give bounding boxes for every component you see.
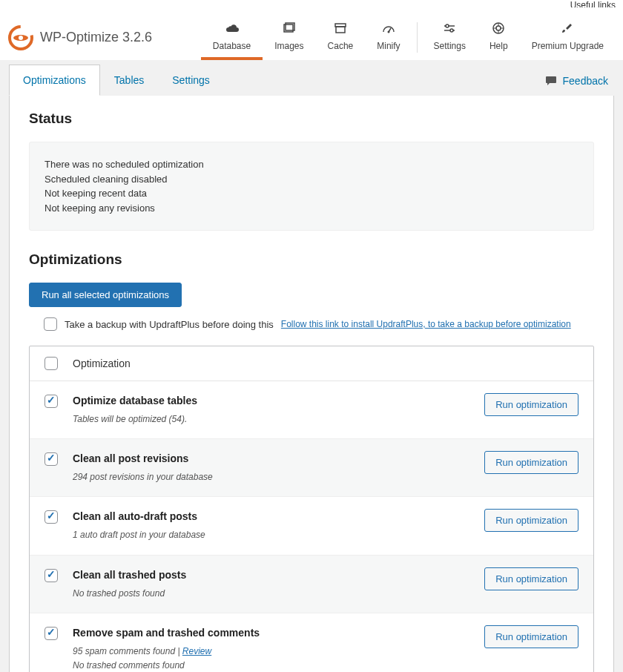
status-line: There was no scheduled optimization [44,157,578,172]
nav-tab-database[interactable]: Database [201,15,263,60]
row-desc: 294 post revisions in your database [73,470,469,484]
table-row: Optimize database tables Tables will be … [30,381,593,439]
svg-point-14 [496,26,501,30]
help-icon [491,22,506,38]
row-checkbox[interactable] [44,569,58,582]
nav-tab-minify[interactable]: Minify [365,15,412,60]
row-desc: No trashed comments found [73,659,469,672]
header: WP-Optimize 3.2.6 Database Images Cache … [0,7,623,60]
sliders-icon [442,22,457,38]
header-label: Optimization [73,358,131,369]
images-icon [282,22,297,38]
gauge-icon [381,22,396,38]
row-checkbox[interactable] [44,627,58,640]
sub-tab-tables[interactable]: Tables [100,65,158,96]
row-title: Clean all auto-draft posts [73,510,469,522]
svg-point-10 [446,24,449,27]
svg-rect-6 [336,27,345,33]
brush-icon [560,22,575,38]
row-checkbox[interactable] [44,510,58,524]
row-title: Clean all trashed posts [73,569,469,581]
comment-icon [545,76,557,86]
select-all-checkbox[interactable] [44,357,58,370]
content: Status There was no scheduled optimizati… [9,96,614,672]
row-title: Optimize database tables [73,395,469,406]
review-link[interactable]: Review [182,646,211,656]
run-optimization-button[interactable]: Run optimization [484,509,578,532]
wpoptimize-logo-icon [7,24,34,51]
run-all-button[interactable]: Run all selected optimizations [29,283,182,307]
brand: WP-Optimize 3.2.6 [7,24,152,51]
row-title: Remove spam and trashed comments [73,627,469,639]
row-desc: Tables will be optimized (54). [73,412,469,426]
top-links-bar: Useful links [0,0,623,7]
row-desc: 1 auto draft post in your database [73,528,469,542]
sub-tabs: Optimizations Tables Settings Feedback [0,65,623,96]
status-line: Not keeping recent data [44,186,578,201]
status-line: Scheduled cleaning disabled [44,172,578,187]
run-optimization-button[interactable]: Run optimization [484,451,578,474]
table-row: Remove spam and trashed comments 95 spam… [30,613,593,672]
archive-icon [333,22,348,38]
feedback-link[interactable]: Feedback [539,66,614,96]
main-nav: Database Images Cache Minify Settings [201,15,616,60]
backup-checkbox[interactable] [44,317,57,331]
brand-title: WP-Optimize 3.2.6 [40,30,152,45]
optimizations-table: Optimization Optimize database tables Ta… [29,346,594,672]
run-optimization-button[interactable]: Run optimization [484,567,578,590]
row-desc: 95 spam comments found | Review [73,645,469,659]
cloud-icon [225,22,240,38]
status-heading: Status [29,111,594,127]
optimizations-heading: Optimizations [29,251,594,268]
status-line: Not keeping any revisions [44,201,578,216]
backup-label: Take a backup with UpdraftPlus before do… [65,319,274,330]
row-checkbox[interactable] [44,395,58,408]
nav-separator [417,22,418,53]
nav-tab-premium[interactable]: Premium Upgrade [520,15,616,60]
run-optimization-button[interactable]: Run optimization [484,393,578,416]
nav-tab-help[interactable]: Help [478,15,520,60]
sub-tab-settings[interactable]: Settings [158,65,224,96]
backup-row: Take a backup with UpdraftPlus before do… [44,317,594,331]
table-header: Optimization [30,346,593,381]
nav-tab-cache[interactable]: Cache [316,15,366,60]
table-row: Clean all auto-draft posts 1 auto draft … [30,497,593,555]
row-desc: No trashed posts found [73,587,469,601]
svg-point-2 [19,36,23,40]
run-optimization-button[interactable]: Run optimization [484,625,578,648]
svg-line-8 [389,28,391,32]
table-row: Clean all post revisions 294 post revisi… [30,439,593,497]
svg-point-12 [450,29,453,32]
table-row: Clean all trashed posts No trashed posts… [30,556,593,613]
nav-tab-images[interactable]: Images [263,15,315,60]
nav-tab-settings[interactable]: Settings [422,15,478,60]
row-title: Clean all post revisions [73,452,469,464]
status-box: There was no scheduled optimization Sche… [29,142,594,231]
sub-tab-optimizations[interactable]: Optimizations [9,65,100,96]
row-checkbox[interactable] [44,452,58,466]
backup-link[interactable]: Follow this link to install UpdraftPlus,… [281,319,571,329]
